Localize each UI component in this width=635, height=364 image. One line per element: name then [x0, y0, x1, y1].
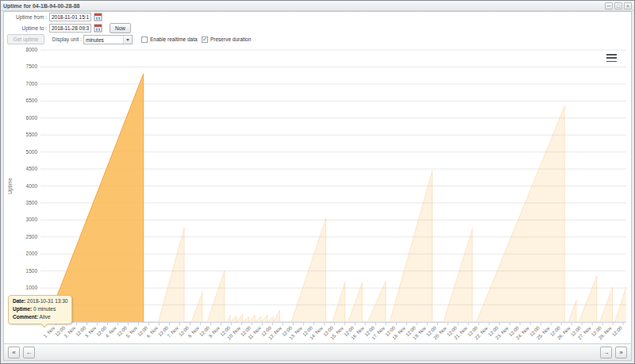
y-tick-label: 1500 [26, 268, 38, 274]
get-uptime-button[interactable]: Get uptime [7, 34, 44, 44]
calendar-icon[interactable] [94, 24, 102, 33]
chart-tooltip: Date: 2018-10-31 13:30 Uptime: 0 minutes… [8, 295, 72, 324]
uptime-from-label: Uptime from : [6, 13, 47, 21]
x-tick-label: 9. Nov [208, 325, 221, 339]
y-tick-label: 2500 [26, 234, 38, 239]
now-button[interactable]: Now [110, 23, 131, 33]
y-axis-title: Uptime [7, 178, 13, 194]
x-tick-label: 2. Nov [64, 325, 77, 339]
display-unit-select[interactable]: minutes [83, 35, 133, 44]
y-tick-label: 6000 [26, 115, 38, 121]
y-tick-label: 7000 [26, 81, 38, 86]
y-tick-label: 8000 [26, 47, 38, 52]
uptime-window: Uptime for 04-1B-94-00-28-88 ─ □ × Uptim… [0, 0, 635, 364]
uptime-to-label: Uptime to : [6, 24, 47, 33]
prev-page-button[interactable]: ← [23, 347, 35, 358]
preserve-duration-checkbox-group: ✓ Preserve duration [202, 35, 251, 44]
maximize-icon[interactable]: □ [614, 2, 622, 10]
x-tick-label: 7. Nov [167, 325, 180, 339]
uptime-segments-faded[interactable] [144, 106, 626, 322]
tooltip-date-row: Date: 2018-10-31 13:30 [13, 297, 67, 305]
y-tick-label: 4500 [26, 166, 38, 171]
window-body: Uptime from : Uptime to : [3, 11, 632, 361]
uptime-chart-area: 0500100015002000250030003500400045005000… [4, 47, 631, 343]
display-unit-label: Display unit : [40, 35, 82, 44]
y-tick-label: 2000 [26, 251, 38, 256]
window-title: Uptime for 04-1B-94-00-28-88 [3, 3, 605, 9]
x-tick-label: 4. Nov [105, 325, 118, 339]
calendar-icon[interactable] [94, 13, 102, 21]
pager-toolbar: « ← → » [4, 343, 631, 360]
tooltip-uptime-row: Uptime: 0 minutes [13, 305, 67, 313]
x-tick-label: 3. Nov [84, 325, 98, 339]
uptime-from-input[interactable] [49, 13, 91, 21]
y-tick-label: 3500 [26, 200, 38, 205]
enable-realtime-checkbox[interactable] [141, 36, 148, 43]
y-tick-label: 4000 [26, 183, 38, 189]
x-tick-label: 6. Nov [146, 325, 160, 339]
hamburger-menu-icon[interactable] [606, 53, 618, 63]
uptime-to-input[interactable] [49, 24, 91, 33]
y-tick-label: 1000 [26, 285, 38, 290]
x-tick-label: 5. Nov [125, 325, 139, 339]
minimize-icon[interactable]: ─ [605, 2, 613, 10]
first-page-button[interactable]: « [8, 347, 20, 358]
x-tick-label: 8. Nov [187, 325, 201, 339]
next-page-button[interactable]: → [600, 347, 612, 358]
y-tick-label: 6500 [26, 98, 38, 103]
chevron-down-icon[interactable] [123, 36, 132, 44]
preserve-duration-label: Preserve duration [210, 36, 251, 42]
y-tick-label: 7500 [26, 63, 38, 69]
x-tick-label: 12:00 [611, 325, 623, 337]
display-unit-value: minutes [84, 37, 123, 43]
last-page-button[interactable]: » [615, 347, 627, 358]
uptime-form: Uptime from : Uptime to : [4, 12, 631, 47]
y-tick-label: 3000 [26, 216, 38, 222]
window-titlebar[interactable]: Uptime for 04-1B-94-00-28-88 ─ □ × [1, 1, 634, 11]
close-icon[interactable]: × [624, 2, 632, 10]
preserve-duration-checkbox[interactable]: ✓ [202, 36, 208, 43]
y-tick-label: 5500 [26, 132, 38, 137]
y-tick-label: 5000 [26, 149, 38, 155]
enable-realtime-checkbox-group: Enable realtime data [141, 35, 198, 44]
uptime-chart[interactable]: 0500100015002000250030003500400045005000… [4, 47, 631, 343]
enable-realtime-label: Enable realtime data [150, 36, 198, 42]
tooltip-comment-row: Comment: Alive [13, 313, 67, 321]
window-tools: ─ □ × [605, 2, 632, 10]
